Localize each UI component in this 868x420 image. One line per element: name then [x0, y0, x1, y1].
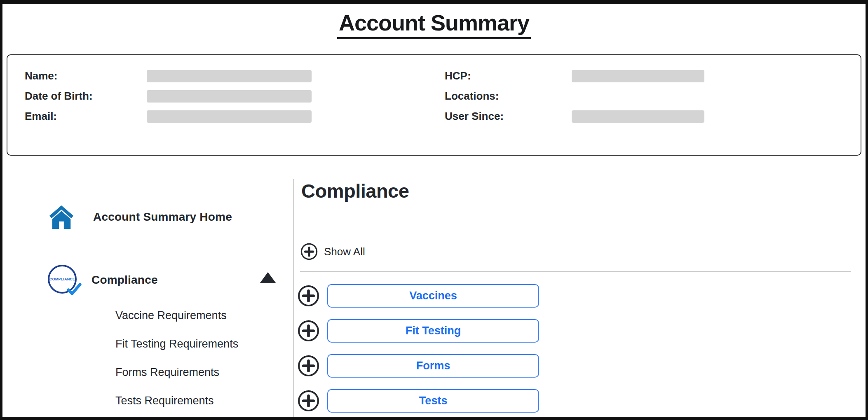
- sidebar-item-compliance[interactable]: COMPLIANCE Compliance: [47, 264, 158, 296]
- compliance-badge-text: COMPLIANCE: [49, 277, 75, 281]
- vaccines-button[interactable]: Vaccines: [327, 284, 539, 308]
- hcp-label: HCP:: [445, 70, 572, 82]
- profile-row-dob: Date of Birth:: [25, 86, 434, 106]
- hcp-value-redacted-bar: [572, 70, 704, 82]
- horizontal-divider: [300, 271, 851, 272]
- sidebar-item-vaccine-requirements[interactable]: Vaccine Requirements: [115, 301, 238, 330]
- vertical-divider: [293, 179, 294, 417]
- profile-row-name: Name:: [25, 66, 434, 86]
- profile-row-hcp: HCP:: [445, 66, 861, 86]
- page-title: Account Summary: [337, 10, 531, 39]
- category-row-tests: Tests: [298, 389, 539, 413]
- category-row-vaccines: Vaccines: [298, 284, 539, 308]
- plus-circle-icon: [300, 243, 318, 260]
- checkmark-icon: [67, 283, 82, 296]
- profile-row-locations: Locations:: [445, 86, 861, 106]
- sidebar-item-forms-requirements[interactable]: Forms Requirements: [115, 358, 238, 387]
- show-all-button[interactable]: Show All: [300, 243, 365, 260]
- sidebar-item-account-summary-home[interactable]: Account Summary Home: [49, 204, 232, 230]
- category-row-forms: Forms: [298, 354, 539, 378]
- compliance-section-heading: Compliance: [301, 180, 409, 202]
- category-row-fit-testing: Fit Testing: [298, 319, 539, 343]
- profile-row-email: Email:: [25, 106, 434, 126]
- date-of-birth-value-redacted-bar: [147, 90, 312, 103]
- forms-button[interactable]: Forms: [327, 354, 539, 378]
- sidebar-item-fit-testing-requirements[interactable]: Fit Testing Requirements: [115, 330, 238, 358]
- page-title-container: Account Summary: [2, 10, 866, 39]
- compliance-badge-icon: COMPLIANCE: [47, 264, 80, 296]
- name-value-redacted-bar: [147, 70, 312, 82]
- fit-testing-button[interactable]: Fit Testing: [327, 319, 539, 343]
- plus-circle-icon[interactable]: [298, 285, 319, 307]
- date-of-birth-label: Date of Birth:: [25, 90, 147, 103]
- profile-right-column: HCP: Locations: User Since:: [434, 66, 861, 155]
- user-since-label: User Since:: [445, 110, 572, 123]
- triangle-up-icon[interactable]: [260, 272, 276, 283]
- profile-summary-box: Name: Date of Birth: Email: HCP: Locatio…: [7, 54, 861, 156]
- account-summary-window: Account Summary Name: Date of Birth: Ema…: [0, 0, 868, 420]
- compliance-subnav: Vaccine Requirements Fit Testing Require…: [115, 301, 238, 415]
- tests-button[interactable]: Tests: [327, 389, 539, 413]
- compliance-category-list: Vaccines Fit Testing Forms Tests: [298, 284, 539, 420]
- profile-left-column: Name: Date of Birth: Email:: [7, 66, 434, 155]
- plus-circle-icon[interactable]: [298, 390, 319, 412]
- locations-label: Locations:: [445, 90, 572, 103]
- plus-circle-icon[interactable]: [298, 320, 319, 342]
- sidebar-item-label: Compliance: [91, 273, 158, 287]
- email-label: Email:: [25, 110, 147, 123]
- plus-circle-icon[interactable]: [298, 355, 319, 377]
- show-all-label: Show All: [324, 245, 365, 258]
- name-label: Name:: [25, 70, 147, 82]
- user-since-value-redacted-bar: [572, 110, 704, 123]
- home-icon: [49, 204, 74, 230]
- email-value-redacted-bar: [147, 110, 312, 123]
- sidebar-item-label: Account Summary Home: [93, 210, 232, 224]
- sidebar-item-tests-requirements[interactable]: Tests Requirements: [115, 387, 238, 415]
- profile-row-user-since: User Since:: [445, 106, 861, 126]
